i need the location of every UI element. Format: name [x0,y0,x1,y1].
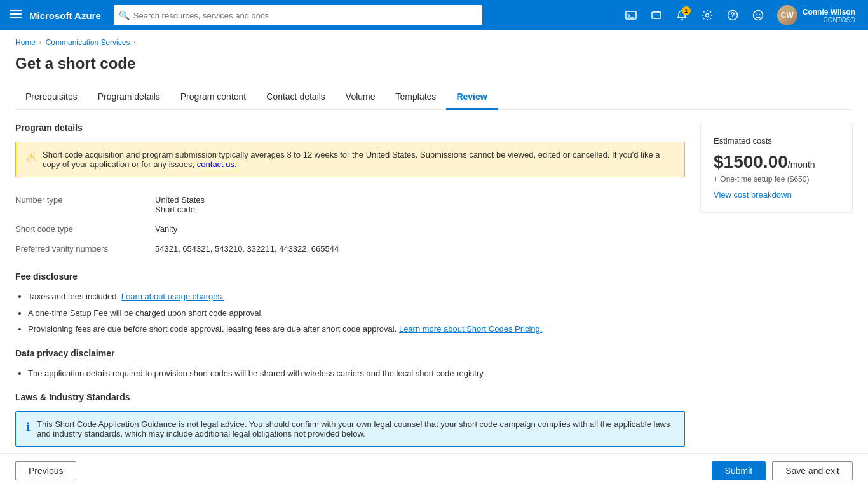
previous-button[interactable]: Previous [15,461,76,480]
breadcrumb-service[interactable]: Communication Services [46,38,130,47]
user-name: Connie Wilson [803,8,855,17]
number-type-row: Number type United StatesShort code [15,190,685,219]
svg-rect-0 [10,10,22,11]
search-icon: 🔍 [119,10,130,20]
vanity-numbers-row: Preferred vanity numbers 54321, 654321, … [15,239,685,259]
fee-item-3: Provisioning fees are due before short c… [28,323,685,336]
usage-charges-link[interactable]: Learn about usage charges. [121,292,224,301]
tabs-container: Prerequisites Program details Program co… [0,85,868,110]
fee-disclosure-section: Fee disclosure Taxes and fees included. … [15,271,685,336]
svg-point-8 [732,18,733,19]
svg-point-9 [753,11,763,20]
save-exit-button[interactable]: Save and exit [772,461,853,480]
topbar: Microsoft Azure 🔍 1 CW Connie W [0,0,868,30]
user-menu[interactable]: CW Connie Wilson CONTOSO [772,3,860,28]
tab-list: Prerequisites Program details Program co… [15,85,853,110]
cost-amount-row: $1500.00/month [714,152,839,172]
footer: Previous Submit Save and exit [0,453,868,488]
search-bar[interactable]: 🔍 [114,5,482,25]
breadcrumb: Home › Communication Services › [0,30,868,50]
feedback-button[interactable] [747,4,770,27]
number-type-label: Number type [15,195,155,214]
data-privacy-heading: Data privacy disclaimer [15,348,685,358]
breadcrumb-sep-2: › [133,39,136,46]
laws-section: Laws & Industry Standards ℹ This Short C… [15,392,685,447]
content-left: Program details ⚠ Short code acquisition… [15,123,685,459]
short-codes-pricing-link[interactable]: Learn more about Short Codes Pricing. [399,324,542,334]
fee-disclosure-heading: Fee disclosure [15,271,685,281]
warning-icon: ⚠ [26,151,36,165]
cost-period: /month [788,159,815,170]
search-input[interactable] [133,11,477,20]
contact-us-link[interactable]: contact us. [197,159,237,169]
vanity-numbers-label: Preferred vanity numbers [15,244,155,254]
fee-item-1: Taxes and fees included. Learn about usa… [28,290,685,303]
avatar: CW [777,5,797,25]
data-privacy-section: Data privacy disclaimer The application … [15,348,685,380]
tab-program-details[interactable]: Program details [88,85,170,110]
hamburger-menu[interactable] [8,6,24,25]
info-icon: ℹ [26,420,31,434]
warning-text: Short code acquisition and program submi… [43,150,660,169]
fee-disclosure-list: Taxes and fees included. Learn about usa… [15,290,685,336]
cost-amount: $1500.00 [714,152,788,172]
svg-point-11 [759,14,760,15]
fee-item-2: A one-time Setup Fee will be charged upo… [28,307,685,320]
tab-templates[interactable]: Templates [386,85,447,110]
page-title: Get a short code [0,50,868,85]
data-privacy-list: The application details required to prov… [15,367,685,380]
topbar-actions: 1 CW Connie Wilson CONTOSO [620,3,860,28]
submit-button[interactable]: Submit [712,461,766,480]
svg-rect-2 [10,17,22,18]
app-logo: Microsoft Azure [29,10,101,21]
svg-rect-5 [652,12,661,18]
tab-program-content[interactable]: Program content [170,85,257,110]
program-details-heading: Program details [15,123,685,133]
warning-box: ⚠ Short code acquisition and program sub… [15,142,685,177]
view-cost-breakdown-link[interactable]: View cost breakdown [714,190,792,200]
program-details-section: Program details ⚠ Short code acquisition… [15,123,685,259]
directory-button[interactable] [645,4,668,27]
user-info: Connie Wilson CONTOSO [803,8,855,24]
short-code-type-value: Vanity [155,224,177,234]
main-content: Program details ⚠ Short code acquisition… [0,123,868,488]
estimated-costs-title: Estimated costs [714,136,839,146]
footer-right: Submit Save and exit [712,461,853,480]
svg-rect-1 [10,13,22,15]
laws-heading: Laws & Industry Standards [15,392,685,402]
breadcrumb-sep-1: › [39,39,42,46]
settings-button[interactable] [696,4,719,27]
cloud-shell-button[interactable] [620,4,642,27]
notification-badge: 1 [682,6,691,15]
short-code-type-label: Short code type [15,224,155,234]
tab-review[interactable]: Review [446,85,497,110]
short-code-type-row: Short code type Vanity [15,219,685,239]
tab-volume[interactable]: Volume [336,85,386,110]
warning-content: Short code acquisition and program submi… [43,150,674,169]
tab-contact-details[interactable]: Contact details [256,85,336,110]
user-org: CONTOSO [803,17,855,24]
tab-prerequisites[interactable]: Prerequisites [15,85,88,110]
data-privacy-item-1: The application details required to prov… [28,367,685,380]
info-text: This Short Code Application Guidance is … [37,419,674,438]
info-box: ℹ This Short Code Application Guidance i… [15,411,685,447]
footer-left: Previous [15,461,76,480]
number-type-value: United StatesShort code [155,195,205,214]
breadcrumb-home[interactable]: Home [15,38,36,47]
cost-setup-fee: + One-time setup fee ($650) [714,175,839,184]
vanity-numbers-value: 54321, 654321, 543210, 332211, 443322, 6… [155,244,339,254]
svg-point-10 [756,14,757,15]
svg-point-6 [705,14,709,17]
content-right: Estimated costs $1500.00/month + One-tim… [700,123,853,459]
cost-card: Estimated costs $1500.00/month + One-tim… [700,123,853,213]
help-button[interactable] [721,4,744,27]
notifications-button[interactable]: 1 [670,4,693,27]
